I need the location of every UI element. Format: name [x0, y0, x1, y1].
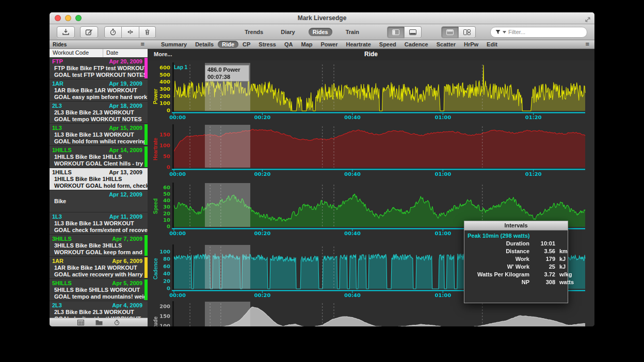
sidebar-panel-icon	[392, 29, 399, 35]
delete-button[interactable]	[139, 26, 156, 38]
ride-title-bar: More... Ride	[148, 49, 594, 60]
ride-tab-ride[interactable]: Ride	[218, 41, 238, 48]
ride-list-item[interactable]: 5HILLSApr 5, 20095HILLS Bike 5HILLS WORK…	[50, 279, 148, 301]
chart-layout-group	[441, 26, 476, 38]
ride-tab-edit[interactable]: Edit	[482, 41, 502, 48]
window-title: Mark Liversedge	[50, 14, 594, 22]
ride-list-item[interactable]: 2L3Apr 4, 20092L3 Bike Bike 2L3 WORKOUTG…	[50, 301, 148, 318]
interval-stat-row: Duration10:01	[464, 240, 568, 248]
ride-list-item[interactable]: 1HILLSApr 13, 20091HILLS Bike Bike 1HILL…	[50, 168, 148, 190]
intervals-stopwatch-icon[interactable]	[114, 320, 120, 325]
ride-tab-details[interactable]: Details	[191, 41, 218, 48]
ride-list: FTPApr 20, 2009FTP Bike Bike FTP test WO…	[50, 57, 148, 318]
toggle-bottombar-button[interactable]	[405, 26, 422, 38]
sidebar-column-headers: Workout Code Date	[50, 49, 148, 58]
ride-list-item[interactable]: Apr 12, 2009Bike	[50, 190, 148, 212]
interval-stat-row: Distance3.56km	[464, 248, 568, 255]
ride-tab-qa[interactable]: QA	[280, 41, 297, 48]
filter-dropdown-icon	[503, 31, 506, 34]
download-button[interactable]	[57, 26, 75, 38]
ride-actions-group	[104, 26, 156, 38]
interval-heading: Peak 10min (298 watts)	[464, 231, 568, 240]
interval-stat-row: W' Work25kJ	[464, 263, 568, 271]
tooltip-power-value: 486.0 Power	[207, 66, 247, 73]
sidebar-bottom-bar	[50, 318, 148, 326]
edit-button[interactable]	[80, 26, 98, 38]
ride-list-item[interactable]: 1ARApr 19, 20091AR Bike Bike 1AR WORKOUT…	[50, 79, 148, 102]
app-tab-diary[interactable]: Diary	[277, 28, 299, 36]
screen-background: Mark Liversedge	[0, 0, 644, 362]
column-workout-code[interactable]: Workout Code	[50, 49, 103, 57]
filter-input[interactable]: Filter...	[490, 27, 587, 38]
panel-toggle-group	[387, 26, 422, 38]
ride-list-item[interactable]: 1HILLSApr 14, 20091HILLS Bike Bike 1HILL…	[50, 146, 148, 168]
intervals-button[interactable]	[104, 26, 122, 38]
tiled-view-button[interactable]	[459, 26, 476, 38]
app-window: Mark Liversedge	[50, 12, 594, 326]
sidebar-header: Rides ≡	[50, 40, 148, 49]
ride-list-item[interactable]: FTPApr 20, 2009FTP Bike Bike FTP test WO…	[50, 57, 148, 79]
ride-tab-heartrate[interactable]: Heartrate	[342, 41, 375, 48]
toggle-sidebar-button[interactable]	[387, 26, 405, 38]
layout-toggles	[381, 26, 476, 38]
app-tab-trends[interactable]: Trends	[240, 28, 267, 36]
single-view-button[interactable]	[441, 26, 459, 38]
ride-view-tabs: SummaryDetailsRideCPStressQAMapPowerHear…	[148, 40, 594, 49]
ride-tab-scatter[interactable]: Scatter	[432, 41, 460, 48]
cadence-axis-label: Cadence	[153, 258, 158, 279]
ride-list-item[interactable]: 3HILLSApr 7, 20093HILLS Bike Bike 3HILLS…	[50, 235, 148, 257]
folder-icon[interactable]	[95, 320, 103, 325]
intervals-popup-titlebar[interactable]: Intervals	[464, 221, 568, 231]
column-date[interactable]: Date	[103, 49, 121, 57]
filter-placeholder: Filter...	[508, 29, 525, 35]
split-icon	[126, 28, 134, 36]
tiled-panes-icon	[463, 29, 471, 35]
ride-list-item[interactable]: 1ARApr 6, 20091AR Bike Bike 1AR WORKOUTG…	[50, 257, 148, 279]
chart-menu-icon[interactable]: ≡	[585, 42, 589, 47]
ride-tab-cadence[interactable]: Cadence	[400, 41, 432, 48]
interval-stats: Duration10:01Distance3.56kmWork179kJW' W…	[464, 240, 568, 286]
altitude-axis-label: Altitude	[153, 317, 158, 326]
app-view-tabs: TrendsDiaryRidesTrain	[240, 28, 363, 36]
filter-funnel-icon	[495, 29, 501, 35]
interval-stat-row: Watts Per Kilogram3.72w/kg	[464, 271, 568, 278]
interval-stat-row: NP308watts	[464, 278, 568, 286]
main-toolbar: TrendsDiaryRidesTrain	[50, 24, 594, 40]
trash-icon	[144, 28, 151, 36]
ride-tab-map[interactable]: Map	[297, 41, 316, 48]
app-tab-train[interactable]: Train	[342, 28, 363, 36]
sidebar-menu-icon[interactable]: ≡	[140, 42, 144, 47]
interval-stat-row: Work179kJ	[464, 255, 568, 263]
lap-marker-label: Lap 1	[174, 64, 187, 70]
ride-chart-area: SummaryDetailsRideCPStressQAMapPowerHear…	[148, 40, 594, 326]
ride-list-item[interactable]: 1L3Apr 15, 20091L3 Bike Bike 1L3 WORKOUT…	[50, 124, 148, 146]
power-axis-label: Power	[153, 89, 158, 104]
ride-tab-stress[interactable]: Stress	[254, 41, 280, 48]
title-bar[interactable]: Mark Liversedge	[50, 12, 594, 24]
ride-tab-power[interactable]: Power	[316, 41, 342, 48]
calendar-icon[interactable]	[77, 320, 84, 325]
ride-page-title: Ride	[148, 51, 594, 58]
stopwatch-icon	[109, 28, 117, 36]
ride-tab-hrpw[interactable]: HrPw	[460, 41, 482, 48]
tooltip-time-value: 00:07:38	[207, 73, 247, 80]
heartrate-axis-label: Heartrate	[153, 138, 158, 160]
split-ride-button[interactable]	[122, 26, 139, 38]
ride-tab-cp[interactable]: CP	[238, 41, 254, 48]
rides-sidebar: Rides ≡ Workout Code Date FTPApr 20, 200…	[50, 40, 148, 326]
ride-list-item[interactable]: 1L3Apr 11, 20091L3 Bike Bike 1L3 WORKOUT…	[50, 212, 148, 235]
ride-tab-speed[interactable]: Speed	[375, 41, 400, 48]
intervals-popup: Intervals Peak 10min (298 watts) Duratio…	[464, 221, 568, 303]
bottom-panel-icon	[409, 29, 416, 35]
sidebar-title: Rides	[53, 42, 67, 47]
power-tooltip: 486.0 Power 00:07:38	[205, 65, 249, 81]
ride-tab-summary[interactable]: Summary	[157, 41, 191, 48]
compose-icon	[85, 28, 93, 36]
download-icon	[62, 28, 70, 36]
ride-list-item[interactable]: 2L3Apr 18, 20092L3 Bike Bike 2L3 WORKOUT…	[50, 102, 148, 124]
fullscreen-icon[interactable]	[585, 17, 590, 22]
speed-axis-label: Speed	[153, 199, 158, 214]
single-pane-icon	[446, 29, 454, 35]
app-tab-rides[interactable]: Rides	[309, 28, 332, 36]
